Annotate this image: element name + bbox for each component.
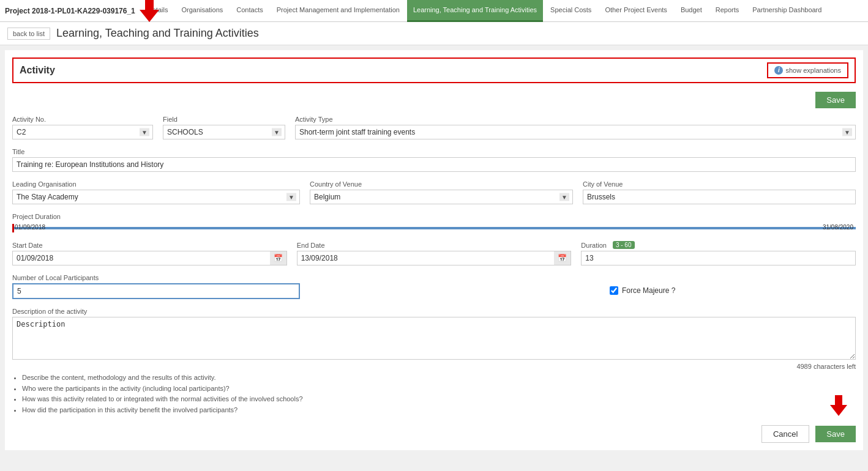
num-local-label: Number of Local Participants <box>12 274 300 281</box>
calendar-icon-end: 📅 <box>558 254 567 262</box>
chars-left: 4989 characters left <box>12 363 856 370</box>
info-icon: i <box>774 66 783 75</box>
force-majeure-label: Force Majeure ? <box>622 286 675 295</box>
tab-other-events[interactable]: Other Project Events <box>599 0 673 22</box>
num-local-input[interactable]: 5 <box>12 283 300 299</box>
save-button-top[interactable]: Save <box>815 92 856 108</box>
project-title: Project 2018-1-PL01-KA229-039176_1 <box>5 7 135 15</box>
leading-org-select[interactable]: The Stay Academy <box>12 190 300 204</box>
tab-partnership[interactable]: Partnership Dashboard <box>746 0 828 22</box>
duration-badge: 3 - 60 <box>613 241 635 249</box>
project-duration-label: Project Duration <box>12 213 61 220</box>
activity-type-label: Activity Type <box>295 116 856 123</box>
hint-1: Describe the content, methodology and th… <box>22 373 856 384</box>
tab-contacts[interactable]: Contacts <box>230 0 269 22</box>
calendar-icon: 📅 <box>274 254 283 262</box>
activity-no-select[interactable]: C2 <box>12 125 153 139</box>
city-input[interactable]: Brussels <box>583 190 856 204</box>
start-date-calendar-button[interactable]: 📅 <box>270 251 287 265</box>
tab-reports[interactable]: Reports <box>709 0 746 22</box>
save-button-bottom[interactable]: Save <box>815 426 856 442</box>
tab-special-costs[interactable]: Special Costs <box>544 0 597 22</box>
hint-3: How was this activity related to or inte… <box>22 394 856 405</box>
description-hints: Describe the content, methodology and th… <box>12 373 856 415</box>
tab-organisations[interactable]: Organisations <box>175 0 229 22</box>
show-explanations-button[interactable]: i show explanations <box>767 62 848 78</box>
tab-project-management[interactable]: Project Management and Implementation <box>271 0 406 22</box>
show-explanations-label: show explanations <box>785 67 841 74</box>
duration-label: Duration <box>581 242 607 249</box>
end-date-input[interactable]: 13/09/2018 <box>297 251 572 265</box>
activity-no-label: Activity No. <box>12 116 153 123</box>
tab-budget[interactable]: Budget <box>675 0 708 22</box>
field-label: Field <box>163 116 285 123</box>
tab-details[interactable]: Details <box>141 0 174 22</box>
start-date-input[interactable]: 01/09/2018 <box>12 251 287 265</box>
description-label: Description of the activity <box>12 308 856 315</box>
duration-start-label: 01/09/2018 <box>15 224 45 231</box>
hint-4: How did the participation in this activi… <box>22 405 856 416</box>
duration-input[interactable]: 13 <box>581 251 856 265</box>
cancel-button[interactable]: Cancel <box>761 425 809 443</box>
country-label: Country of Venue <box>310 180 573 188</box>
tab-ltta[interactable]: Learning, Teaching and Training Activiti… <box>407 0 543 22</box>
back-to-list-button[interactable]: back to list <box>7 28 50 40</box>
city-label: City of Venue <box>583 180 856 188</box>
force-majeure-checkbox[interactable] <box>610 286 618 295</box>
end-date-calendar-button[interactable]: 📅 <box>554 251 571 265</box>
end-date-label: End Date <box>297 242 572 249</box>
description-textarea[interactable]: Description <box>12 317 856 360</box>
page-title: Learning, Teaching and Training Activiti… <box>56 27 259 40</box>
start-date-label: Start Date <box>12 242 287 249</box>
duration-end-label: 31/08/2020 <box>823 224 853 231</box>
title-label: Title <box>12 148 856 155</box>
country-select[interactable]: Belgium <box>310 190 573 204</box>
section-title: Activity <box>20 65 55 76</box>
activity-type-select[interactable]: Short-term joint staff training events <box>295 125 856 139</box>
title-input[interactable]: Training re: European Institutions and H… <box>12 157 856 172</box>
hint-2: Who were the participants in the activit… <box>22 384 856 395</box>
leading-org-label: Leading Organisation <box>12 180 300 188</box>
field-select[interactable]: SCHOOLS <box>163 125 285 139</box>
